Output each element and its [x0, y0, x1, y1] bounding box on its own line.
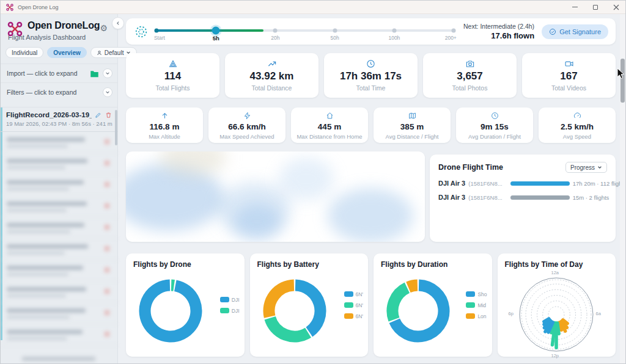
milestone-label: Start — [154, 35, 165, 41]
chart-title: Flights by Drone — [133, 260, 237, 269]
stat-card-max-speed: 66.6 km/h Max Speed Achieved — [208, 107, 285, 143]
drone-name: DJI Air 3 — [438, 194, 465, 201]
person-icon — [97, 50, 102, 56]
close-button[interactable] — [606, 1, 626, 13]
milestone-label: 50h — [331, 35, 339, 41]
trend-up-icon — [267, 59, 277, 68]
milestone-dot-20h[interactable] — [273, 29, 278, 33]
filters-chevron-button[interactable] — [103, 87, 112, 97]
flight-time-bar — [510, 181, 570, 186]
folder-icon — [90, 70, 99, 78]
milestone-label: 100h — [388, 35, 400, 41]
scrollbar-thumb[interactable] — [620, 59, 625, 103]
window-title: Open Drone Log — [18, 4, 59, 10]
hours-flown-text: 17.6h flown — [462, 31, 534, 40]
flight-list-scrollbar[interactable] — [115, 110, 117, 145]
edit-pencil-icon[interactable] — [95, 112, 101, 118]
stat-card-max-distance-home: 445 m Max Distance from Home — [291, 107, 368, 143]
flights-by-battery-donut[interactable] — [257, 274, 332, 348]
flight-list: FlightRecord_2026-03-19_[14-... 19 Mar 2… — [1, 107, 118, 340]
legend-item[interactable]: Sho — [466, 291, 487, 297]
chart-card-flights-by-time-of-day: Flights by Time of Day 12a 6a 12p 6p — [498, 253, 616, 357]
settings-gear-icon[interactable]: ⚙ — [100, 24, 108, 32]
stat-card-avg-duration: 9m 15s Avg Duration / Flight — [456, 107, 533, 143]
main-content: Start 5h 20h 50h 100h 200+ Next: Interme… — [118, 14, 626, 364]
legend-item[interactable]: 6N' — [344, 302, 364, 308]
flight-list-item[interactable] — [1, 239, 118, 260]
get-signature-button[interactable]: Get Signature — [542, 24, 608, 39]
drone-stats: 15m · 2 flights — [573, 194, 609, 201]
filters-expander[interactable]: Filters — click to expand — [1, 82, 117, 101]
maximize-icon — [593, 5, 598, 10]
stat-card-max-altitude: 116.8 m Max Altitude — [126, 107, 203, 143]
tab-overview[interactable]: Overview — [47, 47, 86, 58]
flight-list-item[interactable] — [1, 175, 118, 196]
legend-item[interactable]: 6N' — [344, 291, 364, 297]
stat-value: 385 m — [400, 122, 424, 131]
milestone-dot-5h[interactable] — [212, 27, 220, 35]
stat-value: 445 m — [318, 122, 341, 131]
minimize-button[interactable] — [564, 1, 585, 13]
flight-list-item[interactable] — [1, 217, 118, 239]
milestone-slider[interactable]: Start 5h 20h 50h 100h 200+ — [156, 18, 454, 45]
flight-list-item[interactable] — [1, 153, 118, 175]
drone-row: DJI Air 3 (1581F6N8... 15m · 2 flights — [438, 194, 607, 201]
flights-by-time-of-day-polar[interactable] — [514, 272, 599, 357]
flight-list-item[interactable] — [1, 282, 118, 303]
stat-value: 9m 15s — [481, 122, 509, 131]
milestone-dot-200plus[interactable] — [452, 29, 456, 33]
sort-select[interactable]: Progress — [565, 162, 607, 173]
legend-item[interactable]: DJI — [220, 308, 240, 314]
flights-by-duration-donut[interactable] — [381, 274, 455, 348]
flight-list-item-selected[interactable]: FlightRecord_2026-03-19_[14-... 19 Mar 2… — [1, 107, 118, 132]
stat-label: Total Flights — [155, 84, 190, 92]
import-expander[interactable]: Import — click to expand — [1, 64, 117, 82]
milestone-dot-100h[interactable] — [392, 29, 396, 33]
legend-item[interactable]: Lon — [466, 313, 487, 319]
legend-item[interactable]: 6N' — [344, 313, 364, 319]
check-circle-icon — [549, 28, 556, 35]
camera-icon — [465, 59, 475, 68]
app-title: Open DroneLog — [28, 20, 111, 31]
milestone-dot-start[interactable] — [155, 29, 159, 33]
clock-icon — [366, 59, 375, 68]
stat-value: 43.92 km — [250, 70, 294, 82]
flights-by-drone-donut[interactable] — [133, 274, 208, 348]
stat-value: 3,657 — [457, 70, 483, 82]
polar-axis-label: 12a — [551, 270, 559, 275]
maximize-button[interactable] — [585, 1, 606, 13]
stat-label: Avg Speed — [563, 133, 591, 140]
stat-label: Max Altitude — [149, 133, 180, 140]
import-chevron-button[interactable] — [103, 68, 112, 78]
flight-map-blurred[interactable] — [126, 151, 425, 242]
flight-time-bar — [510, 195, 570, 200]
sidebar-footer-blurred — [22, 357, 95, 361]
window-scrollbar[interactable] — [620, 14, 625, 364]
flight-list-item[interactable] — [1, 303, 118, 324]
stat-label: Avg Distance / Flight — [386, 133, 439, 140]
sidebar-collapse-button[interactable] — [112, 17, 124, 29]
flight-list-item[interactable] — [1, 196, 118, 217]
drone-flight-time-card: Drone Flight Time Progress DJI Air 3 (15… — [430, 155, 616, 242]
flight-list-item[interactable] — [1, 132, 118, 153]
flight-list-item[interactable] — [1, 324, 118, 346]
stat-card-avg-speed: 2.5 km/h Avg Speed — [539, 107, 616, 143]
stat-card-total-time: 17h 36m 17s Total Time — [324, 53, 418, 98]
legend-item[interactable]: DJI — [220, 297, 240, 303]
milestone-label: 200+ — [445, 35, 457, 41]
delete-trash-icon[interactable] — [105, 112, 112, 118]
milestone-dot-50h[interactable] — [333, 29, 337, 33]
window-titlebar: Open Drone Log — [1, 1, 626, 14]
flight-list-item[interactable] — [1, 260, 118, 282]
chart-card-flights-by-drone: Flights by Drone DJI DJI — [126, 253, 245, 357]
chart-title: Flights by Duration — [381, 260, 485, 269]
stat-label: Max Distance from Home — [296, 133, 362, 140]
legend-item[interactable]: Mid — [466, 302, 487, 308]
drone-serial: (1581F6N8... — [468, 194, 502, 201]
sidebar: Open DroneLog ⚙ Flight Analysis Dashboar… — [1, 14, 118, 364]
flight-hours-progress-card: Start 5h 20h 50h 100h 200+ Next: Interme… — [126, 18, 616, 45]
chart-legend: DJI DJI — [220, 297, 240, 314]
app-logo-icon — [7, 21, 23, 37]
tab-individual[interactable]: Individual — [6, 47, 43, 58]
polar-axis-label: 6a — [596, 311, 601, 316]
